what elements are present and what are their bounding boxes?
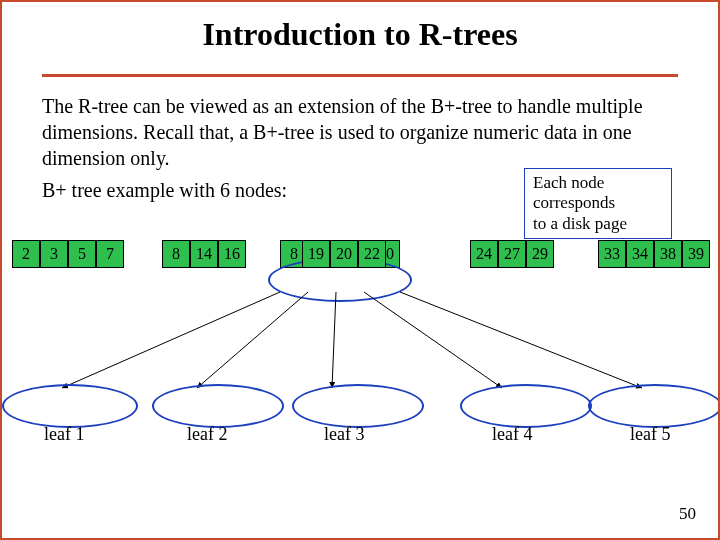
- note-box: Each node corresponds to a disk page: [524, 168, 672, 239]
- leaf-cell: 38: [654, 240, 682, 268]
- leaf-cell: 22: [358, 240, 386, 268]
- leaf-cell: 34: [626, 240, 654, 268]
- leaf-cell: 16: [218, 240, 246, 268]
- leaf-cell: 14: [190, 240, 218, 268]
- leaf-cell: 29: [526, 240, 554, 268]
- leaf-label: leaf 4: [492, 424, 532, 445]
- leaf-cell: 20: [330, 240, 358, 268]
- leaf-label: leaf 2: [187, 424, 227, 445]
- leaf-cell: 8: [162, 240, 190, 268]
- svg-line-0: [62, 292, 280, 388]
- leaf-label: leaf 3: [324, 424, 364, 445]
- leaf-cell: 39: [682, 240, 710, 268]
- leaf-cell: 7: [96, 240, 124, 268]
- note-line: to a disk page: [533, 214, 627, 233]
- note-line: corresponds: [533, 193, 615, 212]
- leaf-cell: 3: [40, 240, 68, 268]
- page-title: Introduction to R-trees: [2, 16, 718, 53]
- leaf-cell: 24: [470, 240, 498, 268]
- node-ellipse: [292, 384, 424, 428]
- leaf-cell: 27: [498, 240, 526, 268]
- svg-line-1: [197, 292, 308, 388]
- node-ellipse: [152, 384, 284, 428]
- leaf-cell: 33: [598, 240, 626, 268]
- svg-line-4: [400, 292, 642, 388]
- leaf-cell: 19: [302, 240, 330, 268]
- intro-paragraph: The R-tree can be viewed as an extension…: [42, 93, 678, 171]
- page-number: 50: [679, 504, 696, 524]
- leaf-label: leaf 5: [630, 424, 670, 445]
- node-ellipse: [588, 384, 720, 428]
- svg-line-2: [332, 292, 336, 388]
- svg-line-3: [364, 292, 502, 388]
- node-ellipse: [460, 384, 592, 428]
- node-ellipse: [2, 384, 138, 428]
- note-line: Each node: [533, 173, 604, 192]
- leaf-cell: 2: [12, 240, 40, 268]
- bplus-tree-diagram: root 8 17 24 30 2 3 5 7 leaf 1 8 14 16 l…: [2, 240, 718, 470]
- leaf-label: leaf 1: [44, 424, 84, 445]
- leaf-cell: 5: [68, 240, 96, 268]
